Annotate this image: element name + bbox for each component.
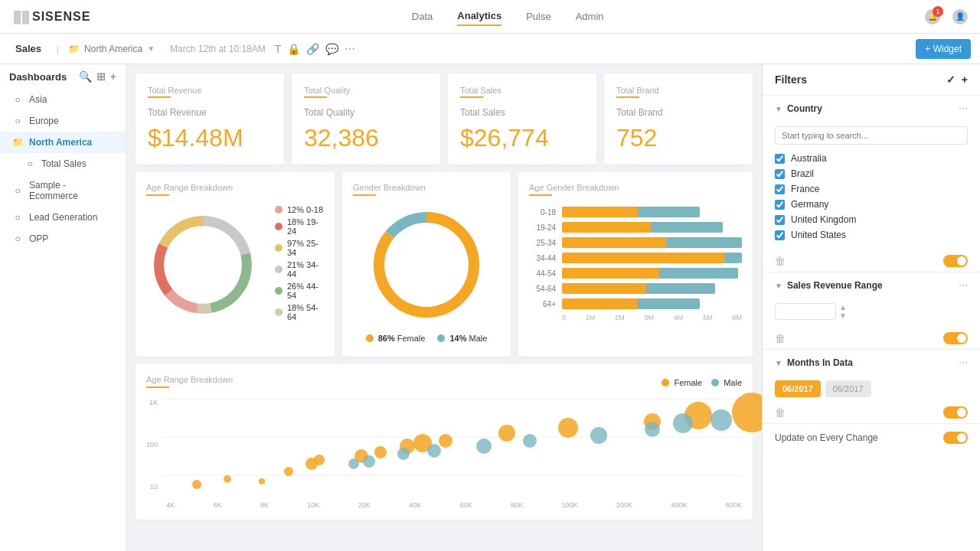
- male-bar: [666, 237, 742, 248]
- age-range-donut-card: Age Range Breakdown: [136, 172, 335, 357]
- bar-label: 19-24: [529, 223, 556, 232]
- chart-title: Gender Breakdown: [353, 183, 500, 192]
- chevron-down-icon: ▼: [775, 359, 782, 367]
- date-from-button[interactable]: 06/2017: [775, 380, 821, 397]
- chevron-down-icon[interactable]: ▼: [147, 44, 155, 53]
- scatter-dot: [645, 422, 660, 437]
- scatter-dot: [427, 444, 441, 458]
- sales-tab[interactable]: Sales: [9, 43, 47, 54]
- months-toggle[interactable]: [943, 406, 968, 419]
- trash-icon[interactable]: 🗑: [775, 255, 786, 267]
- scatter-dot: [523, 434, 537, 448]
- share-icon[interactable]: 🔗: [306, 43, 319, 55]
- sidebar-item-europe[interactable]: ○ Europe: [0, 110, 126, 132]
- comment-icon[interactable]: 💬: [325, 43, 338, 55]
- kpi-label: Total Brand: [616, 86, 740, 95]
- kpi-total-revenue: Total Revenue Total Revenue $14.48M: [136, 73, 284, 165]
- down-arrow[interactable]: ▼: [839, 311, 847, 320]
- country-search-input[interactable]: [775, 126, 968, 145]
- more-icon[interactable]: ⋯: [959, 280, 968, 291]
- chevron-down-icon: ▼: [775, 105, 782, 113]
- notification-icon[interactable]: 🔔 1: [925, 9, 940, 24]
- filter-item-australia: Australia: [775, 151, 968, 166]
- more-icon[interactable]: ⋯: [959, 103, 968, 114]
- legend-item: 97% 25-34: [275, 239, 324, 257]
- bar-row-2534: 25-34: [529, 237, 742, 248]
- user-icon[interactable]: 👤: [952, 9, 968, 24]
- filter-item-uk: United Kingdom: [775, 212, 968, 227]
- brazil-checkbox[interactable]: [775, 169, 785, 179]
- kpi-title: Total Sales: [460, 107, 584, 118]
- scatter-dot: [348, 458, 359, 469]
- country-toggle[interactable]: [943, 255, 968, 267]
- sidebar-item-total-sales[interactable]: ○ Total Sales: [0, 153, 126, 174]
- sales-revenue-filter-header[interactable]: ▼ Sales Revenue Range ⋯: [763, 272, 980, 298]
- germany-checkbox[interactable]: [775, 200, 785, 210]
- female-bar: [562, 283, 646, 294]
- legend-dot: [275, 266, 283, 273]
- months-label: Months In Data: [787, 357, 853, 368]
- sales-revenue-label: Sales Revenue Range: [787, 280, 883, 291]
- uk-checkbox[interactable]: [775, 215, 785, 225]
- us-checkbox[interactable]: [775, 230, 785, 240]
- bar-stacked: [562, 298, 700, 309]
- up-arrow[interactable]: ▲: [839, 303, 847, 311]
- kpi-indicator: [304, 96, 327, 98]
- folder-icon: ○: [12, 94, 23, 105]
- more-icon[interactable]: ⋯: [345, 43, 355, 55]
- male-legend: 14% Male: [437, 334, 487, 343]
- text-icon[interactable]: T: [275, 43, 282, 55]
- australia-checkbox[interactable]: [775, 154, 785, 164]
- female-bar: [562, 207, 638, 217]
- gender-donut-svg: [365, 204, 488, 326]
- date-to-button[interactable]: 06/2017: [825, 380, 871, 397]
- sub-nav: Sales | 📁 North America ▼ March 12th at …: [0, 34, 980, 64]
- check-icon[interactable]: ✓: [946, 73, 956, 86]
- lock-icon[interactable]: 🔒: [287, 43, 300, 55]
- bar-label: 34-44: [529, 254, 556, 262]
- sidebar-item-lead-generation[interactable]: ○ Lead Generation: [0, 207, 126, 228]
- add-widget-button[interactable]: + Widget: [916, 39, 971, 59]
- bar-axis: 0 1M 2M 3M 4M 5M 6M: [529, 314, 742, 321]
- chart-middle-row: Age Range Breakdown: [136, 172, 753, 357]
- country-filter-header[interactable]: ▼ Country ⋯: [763, 96, 980, 122]
- filter-item-brazil: Brazil: [775, 166, 968, 181]
- bar-label: 54-64: [529, 285, 556, 293]
- breadcrumb-label: North America: [84, 44, 142, 54]
- trash-icon[interactable]: 🗑: [775, 332, 786, 344]
- update-toggle[interactable]: [943, 432, 968, 444]
- add-icon[interactable]: +: [110, 70, 116, 83]
- kpi-total-brand: Total Brand Total Brand 752: [604, 73, 753, 165]
- nav-data[interactable]: Data: [412, 8, 433, 25]
- chart-indicator: [529, 194, 552, 196]
- more-icon[interactable]: ⋯: [959, 357, 968, 368]
- months-filter-header[interactable]: ▼ Months In Data ⋯: [763, 350, 980, 376]
- nav-pulse[interactable]: Pulse: [526, 8, 551, 25]
- nav-analytics[interactable]: Analytics: [457, 7, 501, 26]
- chart-title: Age Range Breakdown: [146, 375, 233, 384]
- sales-revenue-toggle[interactable]: [943, 332, 968, 344]
- sales-revenue-input[interactable]: >00: [775, 303, 836, 320]
- kpi-total-sales: Total Sales Total Sales $26,774: [448, 73, 596, 165]
- nav-admin[interactable]: Admin: [576, 8, 604, 25]
- sidebar-item-asia[interactable]: ○ Asia: [0, 89, 126, 110]
- search-icon[interactable]: 🔍: [79, 70, 92, 83]
- right-panel: Filters ✓ + ▼ Country ⋯ Australia: [762, 64, 980, 551]
- france-checkbox[interactable]: [775, 184, 785, 194]
- sidebar-item-sample-ecommerce[interactable]: ○ Sample - Ecommerce: [0, 174, 126, 207]
- male-bar: [724, 253, 743, 263]
- sidebar: Dashboards 🔍 ⊞ + ○ Asia ○ Europe 📁 North…: [0, 64, 126, 551]
- trash-icon[interactable]: 🗑: [775, 406, 786, 419]
- add-filter-icon[interactable]: +: [962, 73, 968, 86]
- main-layout: Dashboards 🔍 ⊞ + ○ Asia ○ Europe 📁 North…: [0, 64, 980, 551]
- sidebar-item-opp[interactable]: ○ OPP: [0, 228, 126, 249]
- sidebar-item-north-america[interactable]: 📁 North America: [0, 132, 126, 153]
- filters-header-icons: ✓ +: [946, 73, 968, 86]
- notification-badge: 1: [933, 6, 943, 17]
- grid-icon[interactable]: ⊞: [96, 70, 106, 83]
- nav-right: 🔔 1 👤: [925, 9, 968, 24]
- kpi-value: $26,774: [460, 124, 584, 152]
- scatter-title-group: Age Range Breakdown: [146, 375, 233, 396]
- x-axis: 4K 6K 8K 10K 20K 40K 60K 80K 100K 200K 4…: [146, 501, 742, 509]
- sidebar-label: Asia: [29, 94, 47, 105]
